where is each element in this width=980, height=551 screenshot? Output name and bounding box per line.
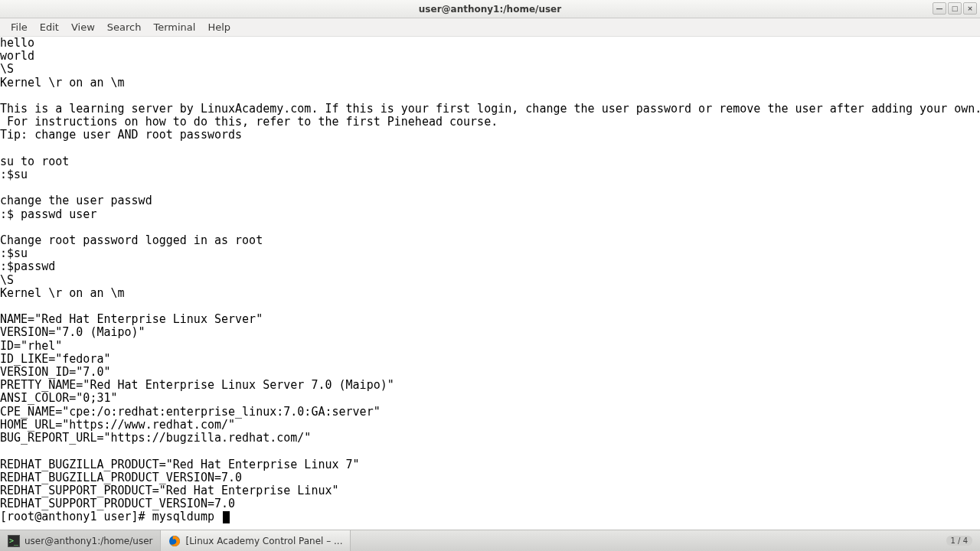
terminal-line: Kernel \r on an \m — [0, 287, 980, 300]
terminal-line: PRETTY_NAME="Red Hat Enterprise Linux Se… — [0, 379, 980, 392]
terminal-line: REDHAT_BUGZILLA_PRODUCT="Red Hat Enterpr… — [0, 458, 980, 471]
terminal-line: :$passwd — [0, 260, 980, 273]
terminal-line — [0, 445, 980, 458]
terminal-line — [0, 90, 980, 103]
menu-view[interactable]: View — [65, 20, 101, 34]
terminal-output[interactable]: helloworld\SKernel \r on an \m This is a… — [0, 37, 980, 530]
terminal-line: For instructions on how to do this, refe… — [0, 116, 980, 129]
terminal-line: ID_LIKE="fedora" — [0, 353, 980, 366]
terminal-line: su to root — [0, 155, 980, 168]
system-tray: 1 / 4 — [939, 530, 980, 551]
terminal-line: Tip: change user AND root passwords — [0, 129, 980, 142]
menubar: File Edit View Search Terminal Help — [0, 18, 980, 37]
terminal-line: \S — [0, 274, 980, 287]
titlebar[interactable]: user@anthony1:/home/user — □ × — [0, 0, 980, 18]
maximize-button[interactable]: □ — [948, 2, 962, 15]
menu-edit[interactable]: Edit — [34, 20, 65, 34]
terminal-line: :$ passwd user — [0, 208, 980, 221]
terminal-prompt-line[interactable]: [root@anthony1 user]# mysqldump — [0, 510, 980, 523]
terminal-line: ID="rhel" — [0, 340, 980, 353]
taskbar-terminal-label: user@anthony1:/home/user — [24, 536, 152, 546]
maximize-icon: □ — [952, 5, 959, 12]
shell-prompt: [root@anthony1 user]# — [0, 510, 152, 523]
terminal-icon: >_ — [8, 535, 20, 547]
menu-file[interactable]: File — [5, 20, 34, 34]
window-controls: — □ × — [933, 2, 977, 15]
terminal-line: Change root password logged in as root — [0, 234, 980, 247]
menu-search[interactable]: Search — [101, 20, 148, 34]
terminal-line: BUG_REPORT_URL="https://bugzilla.redhat.… — [0, 432, 980, 445]
shell-command: mysqldump — [152, 510, 221, 523]
terminal-window: user@anthony1:/home/user — □ × File Edit… — [0, 0, 980, 551]
terminal-line: world — [0, 50, 980, 63]
firefox-icon — [168, 535, 181, 547]
terminal-line — [0, 300, 980, 313]
terminal-line: Kernel \r on an \m — [0, 77, 980, 90]
terminal-line: CPE_NAME="cpe:/o:redhat:enterprise_linux… — [0, 406, 980, 419]
terminal-line: \S — [0, 63, 980, 76]
terminal-line — [0, 181, 980, 194]
terminal-line — [0, 221, 980, 234]
slide-indicator: 1 / 4 — [946, 536, 972, 546]
terminal-line: This is a learning server by LinuxAcadem… — [0, 103, 980, 116]
taskbar-item-terminal[interactable]: >_ user@anthony1:/home/user — [0, 530, 161, 551]
terminal-line: HOME_URL="https://www.redhat.com/" — [0, 419, 980, 432]
terminal-line: hello — [0, 37, 980, 50]
terminal-line — [0, 142, 980, 155]
menu-help[interactable]: Help — [201, 20, 237, 34]
cursor-icon — [223, 511, 230, 523]
terminal-line: change the user passwd — [0, 194, 980, 207]
terminal-line: VERSION_ID="7.0" — [0, 366, 980, 379]
taskbar-item-firefox[interactable]: [Linux Academy Control Panel – ... — [161, 530, 351, 551]
terminal-line: REDHAT_SUPPORT_PRODUCT_VERSION=7.0 — [0, 497, 980, 510]
close-icon: × — [967, 5, 973, 12]
terminal-line: REDHAT_BUGZILLA_PRODUCT_VERSION=7.0 — [0, 471, 980, 484]
menu-terminal[interactable]: Terminal — [147, 20, 201, 34]
minimize-button[interactable]: — — [933, 2, 946, 15]
terminal-line: ANSI_COLOR="0;31" — [0, 392, 980, 405]
window-title: user@anthony1:/home/user — [419, 4, 561, 15]
terminal-line: :$su — [0, 247, 980, 260]
terminal-line: :$su — [0, 168, 980, 181]
taskbar-spacer — [351, 530, 938, 551]
terminal-line: NAME="Red Hat Enterprise Linux Server" — [0, 313, 980, 326]
taskbar-firefox-label: [Linux Academy Control Panel – ... — [185, 536, 342, 546]
minimize-icon: — — [936, 5, 943, 12]
close-button[interactable]: × — [963, 2, 977, 15]
terminal-line: VERSION="7.0 (Maipo)" — [0, 326, 980, 339]
taskbar: >_ user@anthony1:/home/user [Linux Acade… — [0, 530, 980, 551]
terminal-line: REDHAT_SUPPORT_PRODUCT="Red Hat Enterpri… — [0, 484, 980, 497]
